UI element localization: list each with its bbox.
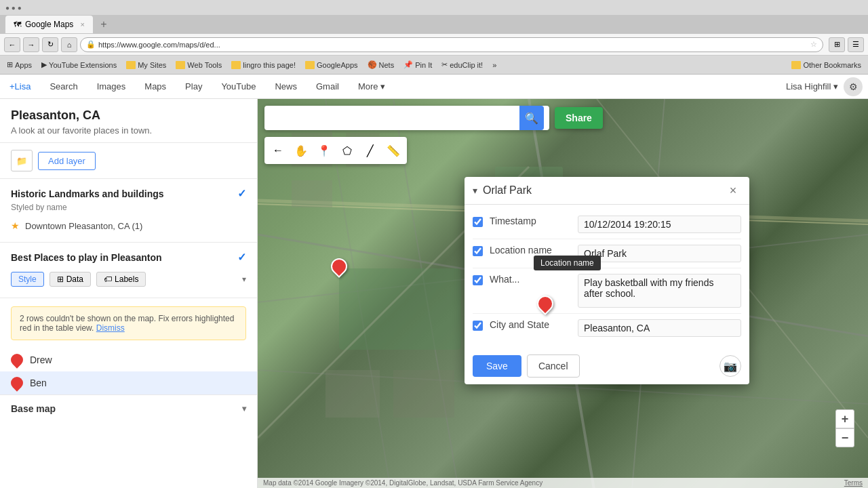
browser-actions: ⊞ ☰ (829, 37, 864, 52)
tab-close[interactable]: × (80, 20, 84, 28)
location-name-checkbox[interactable] (473, 246, 483, 256)
map-tools: ← ✋ 📍 ⬠ ╱ 📏 (264, 137, 407, 164)
table-icon: ⊞ (57, 274, 64, 284)
menu-btn[interactable]: ☰ (848, 37, 864, 52)
user-menu: Lisa Highfill ▾ ⚙ (786, 77, 863, 96)
bookmarks-bar: ⊞ Apps ▶ YouTube Extensions My Sites Web… (0, 56, 868, 75)
address-bar[interactable]: 🔒 https://www.google.com/maps/d/ed... ☆ (80, 37, 823, 52)
maps-link[interactable]: Maps (140, 79, 170, 94)
svg-rect-17 (326, 370, 380, 418)
search-link[interactable]: Search (45, 79, 81, 94)
draw-tool-btn[interactable]: ⬠ (336, 140, 358, 161)
star-icon[interactable]: ☆ (810, 40, 817, 49)
bookmark-google-apps[interactable]: GoogleApps (302, 60, 361, 70)
map-area[interactable]: 🔍 Share ← ✋ 📍 ⬠ ╱ 📏 + − Map data ©20 (258, 99, 868, 488)
bookmark-apps[interactable]: ⊞ Apps (4, 59, 35, 70)
person-drew[interactable]: Drew (0, 348, 257, 371)
pin-icon-drew (8, 351, 25, 368)
settings-icon[interactable]: ⚙ (844, 77, 863, 96)
svg-rect-16 (393, 370, 454, 418)
images-link[interactable]: Images (93, 79, 130, 94)
zoom-in-btn[interactable]: + (835, 409, 854, 428)
extensions-btn[interactable]: ⊞ (829, 37, 845, 52)
what-value: Play basketball with my friends after sc… (578, 274, 741, 308)
camera-icon[interactable]: 📷 (719, 355, 741, 377)
folder-btn[interactable]: 📁 (11, 150, 33, 171)
map-pin-main[interactable] (331, 258, 347, 274)
layer1-title: Historic Landmarks and buildings ✓ (11, 187, 246, 200)
hand-tool-btn[interactable]: ✋ (290, 140, 312, 161)
dialog-collapse-btn[interactable]: ▾ (473, 185, 477, 196)
youtube-link[interactable]: YouTube (217, 79, 260, 94)
folder-icon (791, 61, 801, 69)
save-button[interactable]: Save (473, 355, 521, 377)
section-collapse-btn[interactable]: ▾ (242, 274, 246, 284)
new-tab-btn[interactable]: + (96, 16, 112, 33)
tab-bar: 🗺 Google Maps × + (0, 15, 868, 34)
marker-tool-btn[interactable]: 📍 (313, 140, 335, 161)
line-tool-btn[interactable]: ╱ (359, 140, 381, 161)
ruler-tool-btn[interactable]: 📏 (382, 140, 404, 161)
title-bar: ● ● ● (0, 0, 868, 15)
layer1-check[interactable]: ✓ (237, 187, 246, 200)
data-tab[interactable]: ⊞ Data (50, 272, 91, 287)
news-link[interactable]: News (271, 79, 301, 94)
location-name-label: Location name (490, 245, 578, 256)
city-state-checkbox[interactable] (473, 321, 483, 331)
bookmark-educlip[interactable]: ✂ eduClip it! (439, 59, 486, 70)
dialog-title-input[interactable] (483, 184, 719, 197)
apps-icon: ⊞ (7, 60, 13, 69)
lock-icon: 🔒 (86, 40, 96, 49)
tab-row: Style ⊞ Data 🏷 Labels ▾ (11, 269, 246, 289)
share-button[interactable]: Share (555, 107, 603, 129)
style-tab[interactable]: Style (11, 272, 44, 287)
pin-icon: 📌 (403, 60, 413, 69)
layer1-item: ★ Downtown Pleasanton, CA (1) (11, 218, 246, 234)
nav-bar: ← → ↻ ⌂ 🔒 https://www.google.com/maps/d/… (0, 34, 868, 56)
active-tab[interactable]: 🗺 Google Maps × (5, 16, 93, 33)
add-layer-button[interactable]: Add layer (38, 152, 96, 170)
google-plus-link[interactable]: +Lisa (5, 79, 35, 94)
home-btn[interactable]: ⌂ (61, 37, 77, 52)
map-search-btn[interactable]: 🔍 (519, 106, 544, 130)
cancel-button[interactable]: Cancel (527, 354, 580, 378)
city-state-label: City and State (490, 319, 578, 330)
person-ben[interactable]: Ben (0, 371, 257, 394)
location-name-value: Orlaf Park (578, 245, 741, 262)
map-pin-center[interactable] (537, 296, 553, 312)
gmail-link[interactable]: Gmail (312, 79, 343, 94)
forward-btn[interactable]: → (23, 37, 39, 52)
refresh-btn[interactable]: ↻ (42, 37, 58, 52)
dismiss-link[interactable]: Dismiss (96, 323, 125, 333)
bookmark-nets[interactable]: 🏀 Nets (365, 59, 397, 70)
error-box: 2 rows couldn't be shown on the map. Fix… (11, 306, 246, 340)
what-checkbox[interactable] (473, 275, 483, 285)
dialog-close-btn[interactable]: × (725, 182, 741, 199)
more-link[interactable]: More ▾ (354, 79, 389, 94)
map-search-input[interactable] (270, 113, 519, 123)
location-name-tooltip: Location name (534, 256, 601, 270)
terms-link[interactable]: Terms (844, 479, 863, 487)
bookmark-pin-it[interactable]: 📌 Pin It (401, 59, 435, 70)
layer2-check[interactable]: ✓ (237, 251, 246, 264)
folder-icon (176, 61, 185, 69)
map-search-box: 🔍 (264, 106, 549, 130)
bookmark-youtube-ext[interactable]: ▶ YouTube Extensions (39, 59, 119, 70)
bookmark-more[interactable]: » (490, 60, 499, 70)
bookmark-my-sites[interactable]: My Sites (123, 60, 169, 70)
base-map[interactable]: Base map ▾ (0, 394, 257, 422)
back-btn[interactable]: ← (4, 37, 20, 52)
svg-rect-13 (292, 180, 332, 207)
base-map-chevron: ▾ (242, 404, 246, 413)
dialog-body: Timestamp 10/12/2014 19:20:15 Location n… (465, 205, 749, 348)
pan-tool-btn[interactable]: ← (267, 140, 289, 161)
play-link[interactable]: Play (181, 79, 206, 94)
user-label[interactable]: Lisa Highfill ▾ (786, 81, 838, 92)
labels-tab[interactable]: 🏷 Labels (96, 272, 146, 287)
bookmark-lingro[interactable]: lingro this page! (229, 60, 298, 70)
city-state-value: Pleasanton, CA (578, 319, 741, 337)
bookmark-other[interactable]: Other Bookmarks (789, 60, 864, 70)
bookmark-web-tools[interactable]: Web Tools (173, 60, 224, 70)
zoom-out-btn[interactable]: − (835, 428, 854, 447)
timestamp-checkbox[interactable] (473, 217, 483, 227)
